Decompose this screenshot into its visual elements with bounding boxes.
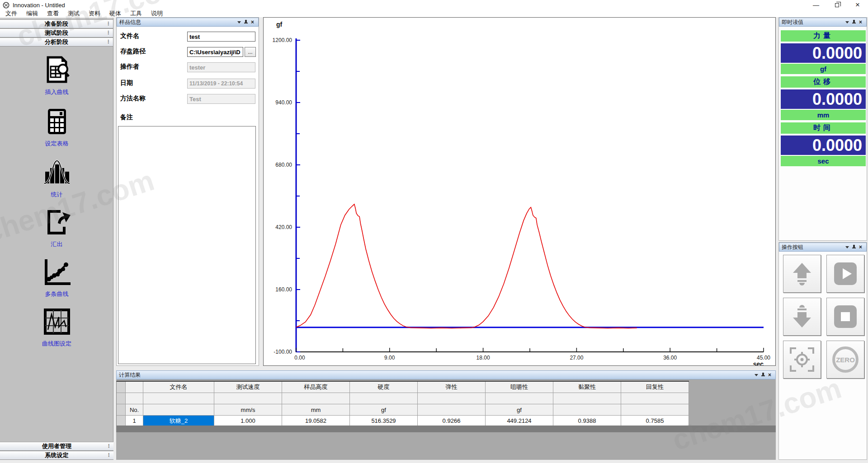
- menu-test[interactable]: 测试: [63, 9, 84, 18]
- row-number[interactable]: 1: [126, 416, 143, 426]
- panel-close-button[interactable]: ×: [249, 19, 256, 25]
- panel-dropdown-button[interactable]: [844, 244, 850, 250]
- tool-set-table[interactable]: 设定表格: [0, 107, 113, 148]
- close-button[interactable]: ×: [847, 0, 868, 10]
- menu-data[interactable]: 资料: [84, 9, 105, 18]
- close-icon: ×: [859, 244, 862, 250]
- title-bar: Innovation - Untitled — ×: [0, 0, 868, 10]
- col-header-resilience[interactable]: 回复性: [621, 382, 689, 393]
- empty-cell: [282, 393, 350, 404]
- col-header-chewiness[interactable]: 咀嚼性: [486, 382, 553, 393]
- menu-bar: 文件 编辑 查看 测试 资料 硬体 工具 说明: [0, 10, 868, 17]
- menu-hardware[interactable]: 硬体: [105, 9, 126, 18]
- restore-button[interactable]: [826, 0, 847, 10]
- cell-resilience[interactable]: 0.7585: [621, 416, 689, 426]
- calculation-results-panel: 计算结果 × 文件名 测试速度 样品高度 硬度 弹性 咀嚼性 黏聚性 回复性 N…: [116, 370, 776, 460]
- tool-insert-curve[interactable]: 插入曲线: [0, 56, 113, 96]
- cell-springiness[interactable]: 0.9266: [418, 416, 486, 426]
- panel-dropdown-button[interactable]: [844, 19, 850, 25]
- col-header-hardness[interactable]: 硬度: [350, 382, 418, 393]
- panel-dropdown-button[interactable]: [236, 19, 242, 25]
- grip-icon: ⋮: [106, 443, 111, 449]
- svg-text:sec: sec: [753, 360, 764, 365]
- svg-text:9.00: 9.00: [384, 355, 395, 361]
- col-header-speed[interactable]: 测试速度: [214, 382, 282, 393]
- cell-hardness[interactable]: 516.3529: [350, 416, 418, 426]
- grip-icon: ⋮: [106, 39, 110, 45]
- zero-button[interactable]: ZERO: [826, 341, 864, 379]
- cell-filename[interactable]: 软糖_2: [143, 416, 214, 426]
- svg-text:0.00: 0.00: [294, 355, 305, 361]
- tab-user-management[interactable]: 使用者管理 ⋮: [0, 442, 113, 451]
- target-button[interactable]: [783, 341, 821, 379]
- panel-pin-button[interactable]: [242, 19, 249, 25]
- target-icon: [789, 346, 815, 373]
- tab-analysis-stage[interactable]: 分析阶段 ⋮: [0, 37, 113, 47]
- empty-cell: [143, 393, 214, 404]
- svg-text:45.00: 45.00: [757, 355, 770, 361]
- remark-textarea[interactable]: [118, 126, 256, 364]
- filename-input[interactable]: [187, 32, 255, 42]
- app-icon: [3, 2, 9, 9]
- stop-icon: [833, 304, 858, 329]
- zero-label: ZERO: [836, 356, 855, 364]
- tab-label: 分析阶段: [0, 38, 113, 46]
- tool-export[interactable]: 汇出: [0, 208, 113, 248]
- empty-cell: [486, 393, 553, 404]
- pin-icon: [244, 20, 248, 25]
- tool-chart-settings[interactable]: 曲线图设定: [0, 307, 113, 348]
- jog-down-button[interactable]: [783, 298, 821, 336]
- panel-pin-button[interactable]: [850, 244, 857, 250]
- tool-label: 插入曲线: [0, 88, 113, 96]
- menu-edit[interactable]: 编辑: [22, 9, 42, 18]
- results-table: 文件名 测试速度 样品高度 硬度 弹性 咀嚼性 黏聚性 回复性 No. mm/s…: [116, 381, 689, 426]
- date-label: 日期: [120, 79, 133, 87]
- panel-dropdown-button[interactable]: [753, 372, 760, 378]
- panel-pin-button[interactable]: [850, 19, 857, 25]
- stop-button[interactable]: [826, 298, 864, 336]
- svg-text:420.00: 420.00: [275, 224, 292, 230]
- col-header-cohesiveness[interactable]: 黏聚性: [553, 382, 621, 393]
- menu-view[interactable]: 查看: [42, 9, 63, 18]
- run-button[interactable]: [826, 255, 864, 293]
- panel-pin-button[interactable]: [760, 372, 766, 378]
- tab-prepare-stage[interactable]: 准备阶段 ⋮: [0, 19, 113, 28]
- svg-text:36.00: 36.00: [663, 355, 677, 361]
- tool-multi-curve[interactable]: 多条曲线: [0, 257, 113, 298]
- cell-cohesiveness[interactable]: 0.9388: [553, 416, 621, 426]
- row-gutter: [117, 393, 126, 404]
- unit-springiness: [418, 404, 486, 416]
- cell-height[interactable]: 19.0582: [282, 416, 350, 426]
- jog-up-button[interactable]: [783, 255, 821, 293]
- tool-label: 统计: [0, 191, 113, 199]
- col-header-height[interactable]: 样品高度: [282, 382, 350, 393]
- menu-help[interactable]: 说明: [146, 9, 167, 18]
- col-header-springiness[interactable]: 弹性: [418, 382, 486, 393]
- tool-statistics[interactable]: 统计: [0, 158, 113, 199]
- browse-button[interactable]: ...: [245, 47, 256, 57]
- time-value: 0.0000: [781, 136, 866, 155]
- menu-file[interactable]: 文件: [1, 9, 22, 18]
- time-label: 时间: [781, 122, 866, 134]
- remark-label: 备注: [120, 113, 133, 122]
- row-gutter: [117, 416, 126, 426]
- empty-cell: [553, 393, 621, 404]
- tool-label: 多条曲线: [0, 290, 113, 298]
- cell-speed[interactable]: 1.000: [214, 416, 282, 426]
- panel-close-button[interactable]: ×: [857, 19, 864, 25]
- minimize-button[interactable]: —: [806, 0, 826, 10]
- tab-label: 准备阶段: [0, 20, 113, 28]
- insert-curve-icon: [42, 56, 71, 84]
- path-input[interactable]: [187, 47, 243, 57]
- unit-resilience: [621, 404, 689, 416]
- cell-chewiness[interactable]: 449.2124: [486, 416, 553, 426]
- window-bottom-edge: [0, 460, 868, 463]
- tab-system-settings[interactable]: 系统设定 ⋮: [0, 451, 113, 460]
- tab-test-stage[interactable]: 测试阶段 ⋮: [0, 28, 113, 37]
- panel-close-button[interactable]: ×: [857, 244, 864, 250]
- col-header-filename[interactable]: 文件名: [143, 382, 214, 393]
- row-gutter: [117, 382, 126, 393]
- menu-tools[interactable]: 工具: [126, 9, 146, 18]
- results-header: 计算结果 ×: [116, 370, 776, 379]
- panel-close-button[interactable]: ×: [766, 372, 773, 378]
